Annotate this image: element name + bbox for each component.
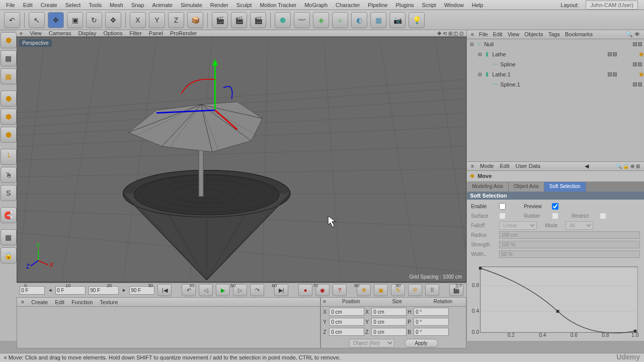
live-select-button[interactable]: ↖ [29,12,45,28]
key-scale-button[interactable]: ▣ [374,284,388,296]
pos-Z[interactable] [329,328,364,336]
om-tags[interactable]: Tags [548,31,560,37]
model-mode-button[interactable]: ⬢ [1,32,17,48]
menu-file[interactable]: File [2,1,19,9]
falloff-spline-graph[interactable]: 0.8 0.4 0.0 0.2 0.4 0.6 0.8 1.0 [467,261,644,341]
tweak-mode-button[interactable]: 🖱 [1,167,17,183]
tab-object-axis[interactable]: Object Axis [509,182,544,192]
mat-function-menu[interactable]: Function [71,299,93,305]
pos-X[interactable] [329,308,364,316]
am-icons[interactable]: 🔍 🔒 ⊕ ⊞ [616,163,640,169]
size-X[interactable] [371,308,407,316]
current-frame-input[interactable] [20,286,45,295]
pos-Y[interactable] [329,318,364,326]
y-axis-button[interactable]: Y [149,12,165,28]
lock-workplane-button[interactable]: 🔒 [1,247,17,263]
menu-render[interactable]: Render [206,1,232,9]
edges-mode-button[interactable]: ⬢ [1,109,17,125]
workplane-mode-button[interactable]: ▦ [1,68,17,84]
keyframe-button[interactable]: ? [333,284,347,296]
mat-create-menu[interactable]: Create [31,299,48,305]
prev-frame-button[interactable]: ◁ [199,284,213,296]
am-back-icon[interactable]: ◀ [585,163,589,169]
undo-button[interactable]: ↶ [4,12,20,28]
menu-create[interactable]: Create [37,1,61,9]
object-lathe[interactable]: ⊟▮Lathe◉ [467,49,644,59]
menu-help[interactable]: Help [468,1,488,9]
key-param-button[interactable]: P [408,284,422,296]
key-pla-button[interactable]: ⠿ [425,284,439,296]
play-button[interactable]: ▶ [216,284,230,296]
tab-modeling-axis[interactable]: Modeling Axis [467,182,509,192]
coord-system-button[interactable]: 📦 [187,12,203,28]
mat-texture-menu[interactable]: Texture [100,299,118,305]
camera-button[interactable]: 📷 [389,12,406,28]
om-objects[interactable]: Objects [524,31,543,37]
menu-snap[interactable]: Snap [127,1,148,9]
object-tree[interactable]: ⊟○Null⊟▮Lathe◉〰Spline⊟▮Lathe.1◉〰Spline.1 [467,39,644,162]
render-view-button[interactable]: 🎬 [212,12,228,28]
enable-checkbox[interactable] [499,203,506,210]
apply-button[interactable]: Apply [405,339,438,347]
light-button[interactable]: 💡 [409,12,425,28]
scale-tool-button[interactable]: ▣ [67,12,83,28]
snap-button[interactable]: S [1,185,17,201]
options-menu-item[interactable]: Options [103,30,122,36]
menu-script[interactable]: Script [418,1,440,9]
display-menu-item[interactable]: Display [78,30,96,36]
mat-edit-menu[interactable]: Edit [55,299,64,305]
menu-tools[interactable]: Tools [85,1,106,9]
menu-sculpt[interactable]: Sculpt [232,1,256,9]
object-null[interactable]: ⊟○Null [467,39,644,49]
points-mode-button[interactable]: ⬢ [1,90,17,107]
om-view[interactable]: View [508,31,520,37]
object-lathe-1[interactable]: ⊟▮Lathe.1◉ [467,69,644,79]
layout-selector[interactable]: Layout: John-CAM (User) [552,1,642,10]
menu-motion-tracker[interactable]: Motion Tracker [256,1,300,9]
rotate-tool-button[interactable]: ↻ [86,12,102,28]
menu-window[interactable]: Window [440,1,468,9]
menu-pipeline[interactable]: Pipeline [364,1,391,9]
x-axis-button[interactable]: X [130,12,146,28]
size-Z[interactable] [371,328,407,336]
magnet-button[interactable]: 🧲 [1,207,17,223]
texture-mode-button[interactable]: ▦ [1,50,17,66]
tab-soft-selection[interactable]: Soft Selection [544,182,586,192]
move-tool-button[interactable]: ✥ [48,12,64,28]
size-Y[interactable] [371,318,407,326]
cube-primitive-button[interactable]: ⬢ [275,12,291,28]
z-axis-button[interactable]: Z [168,12,184,28]
coord-mode-select[interactable]: Object (Rel) [349,339,394,347]
last-tool-button[interactable]: ✥ [105,12,121,28]
menu-mesh[interactable]: Mesh [106,1,127,9]
axis-mode-button[interactable]: └ [1,149,17,165]
am-userdata[interactable]: User Data [515,163,540,169]
panel-menu-item[interactable]: Panel [149,30,163,36]
menu-animate[interactable]: Animate [148,1,177,9]
preview-checkbox[interactable] [552,203,558,210]
layout-value[interactable]: John-CAM (User) [586,1,638,10]
goto-start-button[interactable]: |◀ [157,284,172,296]
range-end-input[interactable] [89,286,119,295]
om-edit[interactable]: Edit [493,31,503,37]
deformer-button[interactable]: ⟐ [332,12,348,28]
object-spline-1[interactable]: 〰Spline.1 [467,79,644,89]
menu-plugins[interactable]: Plugins [391,1,418,9]
object-spline[interactable]: 〰Spline [467,59,644,69]
rot-B[interactable] [414,328,449,336]
viewport-icons[interactable]: ✥ ⟲ ⊞ ◫ ⊡ [437,31,463,36]
rot-H[interactable] [414,308,449,316]
om-search-icon[interactable]: 🔍 👁 [626,31,640,38]
menu-edit[interactable]: Edit [19,1,37,9]
render-region-button[interactable]: 🎬 [231,12,247,28]
menu-simulate[interactable]: Simulate [177,1,206,9]
cameras-menu-item[interactable]: Cameras [49,30,71,36]
om-file[interactable]: File [479,31,488,37]
spline-button[interactable]: 〰 [294,12,310,28]
next-key-button[interactable]: ↷ [250,284,264,296]
menu-mograph[interactable]: MoGraph [300,1,332,9]
record-button[interactable]: ● [298,284,312,296]
prorender-menu-item[interactable]: ProRender [170,30,197,36]
environment-button[interactable]: ◐ [351,12,367,28]
generator-button[interactable]: ◈ [313,12,329,28]
